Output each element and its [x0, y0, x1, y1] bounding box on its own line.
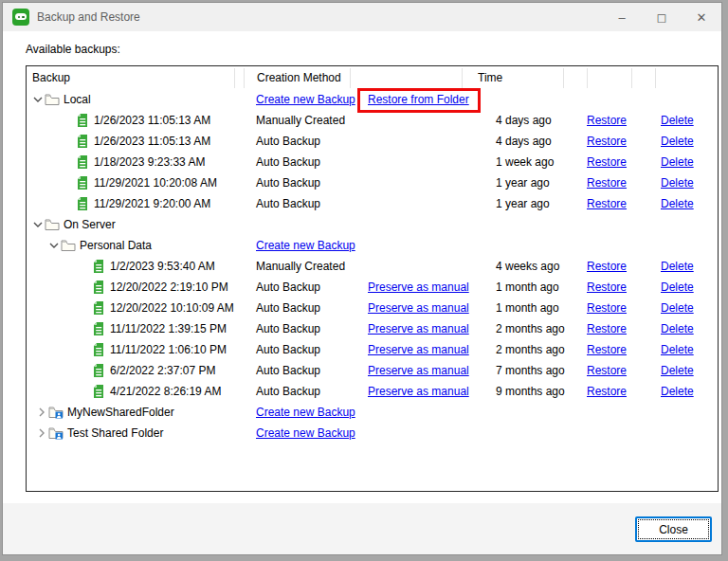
restore-link[interactable]: Restore [587, 364, 627, 377]
expander-right[interactable] [35, 407, 48, 417]
creation-method-cell: Auto Backup [256, 172, 368, 193]
table-row-1-2-2023-9-53-40-am[interactable]: 1/2/2023 9:53:40 AM Manually Created 4 w… [27, 256, 718, 277]
backup-file-icon [75, 196, 90, 211]
delete-link[interactable]: Delete [661, 176, 694, 190]
delete-link[interactable]: Delete [661, 343, 694, 356]
delete-link[interactable]: Delete [661, 322, 694, 335]
table-row-1-18-2023-9-23-33-am[interactable]: 1/18/2023 9:23:33 AM Auto Backup 1 week … [27, 152, 718, 172]
restore-link[interactable]: Restore [587, 114, 627, 127]
time-value: 1 year ago [496, 197, 550, 210]
restore-link[interactable]: Restore [587, 197, 627, 210]
close-button[interactable]: Close [635, 516, 712, 542]
delete-link[interactable]: Delete [661, 135, 694, 148]
delete-link[interactable]: Delete [661, 301, 694, 315]
expander-down[interactable] [47, 242, 61, 249]
time-value: 4 days ago [496, 135, 552, 148]
column-header-creation-method[interactable]: Creation Method [257, 66, 341, 89]
table-row-12-20-2022-2-19-10-pm[interactable]: 12/20/2022 2:19:10 PM Auto Backup Preser… [27, 277, 718, 298]
preserve-as-manual-link[interactable]: Preserve as manual [368, 364, 469, 377]
table-row-11-29-2021-10-20-08-am[interactable]: 11/29/2021 10:20:08 AM Auto Backup 1 yea… [27, 172, 718, 193]
table-row-mynewsharedfolder[interactable]: MyNewSharedFolder Create new Backup [27, 402, 718, 423]
delete-cell: Delete [661, 172, 718, 193]
maximize-button[interactable]: ◻ [642, 3, 682, 31]
backup-file-icon [91, 300, 106, 316]
table-row-11-11-2022-1-39-15-pm[interactable]: 11/11/2022 1:39:15 PM Auto Backup Preser… [27, 318, 718, 339]
action-cell: Preserve as manual [368, 277, 495, 298]
preserve-as-manual-link[interactable]: Preserve as manual [368, 322, 469, 335]
restore-link[interactable]: Restore [587, 176, 627, 190]
create-new-backup-link[interactable]: Create new Backup [256, 93, 355, 106]
table-row-1-26-2023-11-05-13-am[interactable]: 1/26/2023 11:05:13 AM Auto Backup 4 days… [27, 131, 718, 152]
create-new-backup-link[interactable]: Create new Backup [256, 239, 355, 252]
row-label: 4/21/2022 8:26:19 AM [110, 381, 221, 402]
create-new-backup-link[interactable]: Create new Backup [256, 406, 355, 419]
backup-file-icon [91, 280, 106, 295]
column-separator [234, 68, 235, 88]
delete-link[interactable]: Delete [661, 114, 694, 127]
chevron-down-icon[interactable] [33, 221, 43, 228]
creation-method-cell: Auto Backup [256, 193, 368, 214]
restore-link[interactable]: Restore [587, 385, 627, 398]
preserve-as-manual-link[interactable]: Preserve as manual [368, 301, 469, 315]
expander-down[interactable] [31, 96, 45, 103]
restore-link[interactable]: Restore [587, 155, 627, 169]
preserve-as-manual-link[interactable]: Preserve as manual [368, 343, 469, 356]
tree-cell: On Server [27, 214, 233, 235]
table-row-local[interactable]: Local Create new Backup Restore from Fol… [27, 89, 718, 110]
delete-link[interactable]: Delete [661, 260, 694, 273]
create-new-backup-link[interactable]: Create new Backup [256, 426, 355, 440]
table-row-6-2-2022-2-37-07-pm[interactable]: 6/2/2022 2:37:07 PM Auto Backup Preserve… [27, 360, 718, 381]
time-value: 7 months ago [496, 364, 565, 377]
tree-cell: 6/2/2022 2:37:07 PM [27, 360, 233, 381]
time-cell [496, 402, 586, 423]
restore-from-folder-link[interactable]: Restore from Folder [368, 93, 469, 106]
tree-cell: 12/20/2022 2:19:10 PM [27, 277, 233, 298]
close-window-button[interactable]: ✕ [682, 3, 721, 31]
preserve-as-manual-link[interactable]: Preserve as manual [368, 385, 469, 398]
action-cell [368, 131, 495, 152]
delete-link[interactable]: Delete [661, 155, 694, 169]
tree-cell: Local [27, 89, 233, 110]
restore-cell: Restore [587, 152, 644, 172]
table-row-1-26-2023-11-05-13-am[interactable]: 1/26/2023 11:05:13 AM Manually Created 4… [27, 110, 718, 131]
table-row-11-29-2021-9-20-00-am[interactable]: 11/29/2021 9:20:00 AM Auto Backup 1 year… [27, 193, 718, 214]
table-row-4-21-2022-8-26-19-am[interactable]: 4/21/2022 8:26:19 AM Auto Backup Preserv… [27, 381, 718, 402]
tree-cell: 11/29/2021 10:20:08 AM [27, 172, 233, 193]
preserve-as-manual-link[interactable]: Preserve as manual [368, 280, 469, 294]
table-row-11-11-2022-1-06-10-pm[interactable]: 11/11/2022 1:06:10 PM Auto Backup Preser… [27, 339, 718, 360]
delete-link[interactable]: Delete [661, 197, 694, 210]
column-header-backup[interactable]: Backup [32, 66, 70, 89]
column-header-time[interactable]: Time [478, 66, 502, 89]
restore-link[interactable]: Restore [587, 322, 627, 335]
restore-link[interactable]: Restore [587, 301, 627, 315]
backup-file-icon [75, 113, 90, 128]
restore-link[interactable]: Restore [587, 343, 627, 356]
delete-link[interactable]: Delete [661, 364, 694, 377]
chevron-down-icon[interactable] [49, 242, 59, 249]
folder-icon [61, 239, 76, 252]
minimize-button[interactable]: – [602, 3, 642, 31]
restore-link[interactable]: Restore [587, 260, 627, 273]
creation-method-value: Auto Backup [256, 197, 320, 210]
time-cell: 4 weeks ago [496, 256, 586, 277]
expander-down[interactable] [31, 221, 45, 228]
expander-right[interactable] [35, 428, 48, 438]
delete-link[interactable]: Delete [661, 385, 694, 398]
creation-method-cell: Auto Backup [256, 381, 368, 402]
chevron-right-icon[interactable] [38, 407, 46, 417]
table-row-personal-data[interactable]: Personal Data Create new Backup [27, 235, 718, 256]
backup-file-icon [91, 342, 106, 357]
row-label: 1/26/2023 11:05:13 AM [94, 110, 210, 131]
chevron-right-icon[interactable] [38, 428, 46, 438]
creation-method-value: Auto Backup [256, 301, 320, 315]
restore-cell: Restore [587, 172, 644, 193]
table-row-on-server[interactable]: On Server [27, 214, 718, 235]
delete-link[interactable]: Delete [661, 280, 694, 294]
column-separator [631, 68, 632, 88]
restore-link[interactable]: Restore [587, 135, 627, 148]
restore-link[interactable]: Restore [587, 280, 627, 294]
chevron-down-icon[interactable] [33, 96, 43, 103]
row-label: 1/18/2023 9:23:33 AM [94, 152, 205, 172]
table-row-12-20-2022-10-10-09-am[interactable]: 12/20/2022 10:10:09 AM Auto Backup Prese… [27, 298, 718, 318]
table-row-test-shared-folder[interactable]: Test Shared Folder Create new Backup [27, 423, 718, 443]
